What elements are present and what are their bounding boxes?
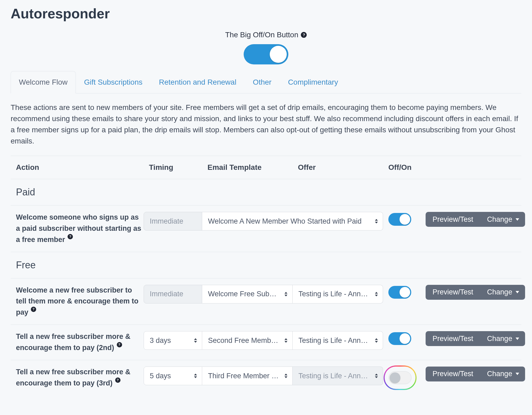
sort-caret-icon xyxy=(194,338,197,343)
actions-table: Action Timing Email Template Offer Off/O… xyxy=(11,156,521,396)
tab-complimentary[interactable]: Complimentary xyxy=(280,71,346,93)
action-label: Tell a new free subscriber more & encour… xyxy=(11,367,144,389)
sort-caret-icon xyxy=(284,338,288,343)
table-row: Welcome a new free subscriber to tell th… xyxy=(11,278,521,325)
section-paid: Paid xyxy=(11,179,521,206)
row-buttons: Preview/TestChange xyxy=(420,285,519,300)
template-select[interactable]: Welcome A New Member Who Started with Pa… xyxy=(202,212,383,231)
row-toggle[interactable] xyxy=(389,371,412,384)
table-row: Tell a new free subscriber more & encour… xyxy=(11,360,521,396)
change-button[interactable]: Change xyxy=(480,285,525,300)
th-offon: Off/On xyxy=(383,162,420,173)
preview-button[interactable]: Preview/Test xyxy=(426,367,480,381)
preview-button[interactable]: Preview/Test xyxy=(426,285,480,300)
row-toggle-cell xyxy=(383,367,420,390)
big-switch-label: The Big Off/On Button ? xyxy=(225,29,307,40)
chevron-down-icon xyxy=(516,291,519,293)
help-icon[interactable]: ? xyxy=(301,32,307,38)
action-label: Tell a new free subscriber more & encour… xyxy=(11,331,144,354)
timing-select: Immediate xyxy=(144,212,202,231)
controls: 3 daysSecond Free Member EmailTesting is… xyxy=(144,331,383,350)
th-action: Action xyxy=(11,162,144,173)
offer-select[interactable]: Testing is Life - Annual xyxy=(293,331,383,350)
help-icon[interactable]: ? xyxy=(31,307,36,312)
change-button[interactable]: Change xyxy=(480,367,525,381)
timing-select[interactable]: 5 days xyxy=(144,367,202,385)
intro-text: These actions are sent to new members of… xyxy=(11,102,521,147)
change-button[interactable]: Change xyxy=(480,212,525,227)
controls: ImmediateWelcome Free SubscriberTesting … xyxy=(144,285,383,303)
toggle-knob xyxy=(400,333,410,344)
master-toggle-knob xyxy=(270,46,287,63)
big-switch-text: The Big Off/On Button xyxy=(225,29,298,40)
template-select[interactable]: Second Free Member Email xyxy=(202,331,293,350)
help-icon[interactable]: ? xyxy=(117,342,122,347)
tab-welcome-flow[interactable]: Welcome Flow xyxy=(11,71,76,93)
row-toggle-cell xyxy=(383,331,420,345)
table-row: Tell a new free subscriber more & encour… xyxy=(11,325,521,360)
template-select[interactable]: Third Free Member Email xyxy=(202,367,293,385)
template-select[interactable]: Welcome Free Subscriber xyxy=(202,285,293,303)
preview-button[interactable]: Preview/Test xyxy=(426,331,480,346)
sort-caret-icon xyxy=(284,292,288,296)
tab-gift-subscriptions[interactable]: Gift Subscriptions xyxy=(76,71,151,93)
controls: 5 daysThird Free Member EmailTesting is … xyxy=(144,367,383,385)
tab-other[interactable]: Other xyxy=(245,71,280,93)
highlight-ring xyxy=(384,365,417,390)
action-label: Welcome someone who signs up as a paid s… xyxy=(11,212,144,245)
th-timing: Timing xyxy=(144,162,202,173)
toggle-knob xyxy=(400,214,410,225)
th-offer: Offer xyxy=(293,162,383,173)
chevron-down-icon xyxy=(516,338,519,340)
tab-retention-and-renewal[interactable]: Retention and Renewal xyxy=(151,71,245,93)
tabs: Welcome FlowGift SubscriptionsRetention … xyxy=(11,71,521,93)
row-toggle-cell xyxy=(383,212,420,226)
help-icon[interactable]: ? xyxy=(115,377,120,383)
change-button[interactable]: Change xyxy=(480,331,525,346)
table-row: Welcome someone who signs up as a paid s… xyxy=(11,206,521,252)
row-buttons: Preview/TestChange xyxy=(420,367,519,381)
chevron-down-icon xyxy=(516,218,519,221)
chevron-down-icon xyxy=(516,373,519,375)
toggle-knob xyxy=(390,372,400,383)
offer-select: Testing is Life - Annual xyxy=(293,367,383,385)
controls: ImmediateWelcome A New Member Who Starte… xyxy=(144,212,383,231)
toggle-knob xyxy=(400,287,410,298)
sort-caret-icon xyxy=(194,373,197,378)
sort-caret-icon xyxy=(375,338,378,343)
help-icon[interactable]: ? xyxy=(68,234,73,239)
preview-button[interactable]: Preview/Test xyxy=(426,212,480,227)
row-toggle[interactable] xyxy=(388,213,411,226)
row-toggle[interactable] xyxy=(388,286,411,299)
master-toggle[interactable] xyxy=(244,44,288,64)
action-label: Welcome a new free subscriber to tell th… xyxy=(11,285,144,318)
row-toggle-cell xyxy=(383,285,420,299)
section-free: Free xyxy=(11,252,521,278)
sort-caret-icon xyxy=(375,219,378,224)
sort-caret-icon xyxy=(375,373,378,378)
offer-select[interactable]: Testing is Life - Annual xyxy=(293,285,383,303)
timing-select[interactable]: 3 days xyxy=(144,331,202,350)
sort-caret-icon xyxy=(375,292,378,296)
row-buttons: Preview/TestChange xyxy=(420,331,519,346)
timing-select: Immediate xyxy=(144,285,202,303)
sort-caret-icon xyxy=(284,373,288,378)
row-buttons: Preview/TestChange xyxy=(420,212,519,227)
row-toggle[interactable] xyxy=(388,332,411,345)
table-header: Action Timing Email Template Offer Off/O… xyxy=(11,156,521,179)
th-template: Email Template xyxy=(202,162,293,173)
page-title: Autoresponder xyxy=(11,3,521,24)
